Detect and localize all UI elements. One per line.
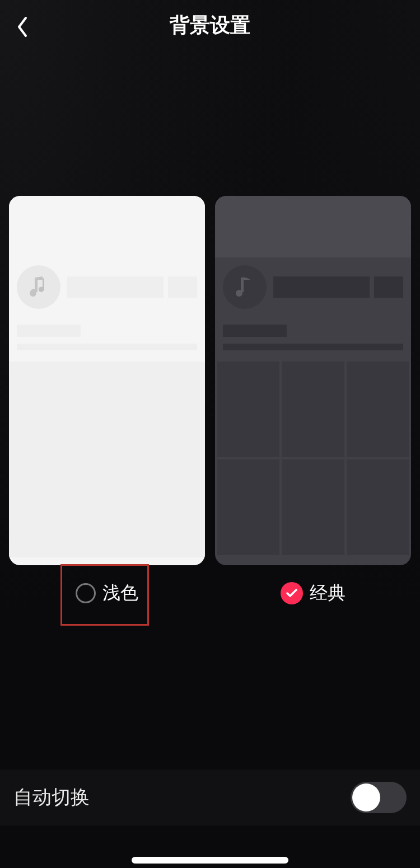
preview-avatar-row — [17, 265, 197, 309]
preview-header — [215, 196, 411, 257]
skeleton-bar — [67, 276, 164, 298]
skeleton-bar — [223, 344, 403, 350]
skeleton-bar — [223, 325, 287, 337]
checkmark-icon — [286, 588, 298, 598]
preview-content — [9, 362, 205, 557]
theme-options — [0, 196, 420, 565]
skeleton-bar — [273, 276, 370, 298]
grid-cell — [282, 362, 344, 457]
header: 背景设置 — [0, 0, 420, 50]
theme-card-light[interactable] — [9, 196, 205, 565]
grid-cell — [347, 362, 409, 457]
avatar — [223, 265, 267, 309]
preview-avatar-row — [223, 265, 403, 309]
home-indicator — [132, 857, 288, 864]
preview-header — [9, 196, 205, 257]
auto-switch-row: 自动切换 — [0, 770, 420, 825]
music-note-icon — [29, 275, 49, 299]
grid-cell — [282, 459, 344, 555]
preview-profile — [215, 257, 411, 362]
auto-switch-label: 自动切换 — [13, 785, 90, 810]
auto-switch-toggle[interactable] — [351, 782, 407, 813]
music-note-icon — [235, 275, 255, 299]
avatar — [17, 265, 60, 309]
skeleton-bar — [17, 325, 81, 337]
theme-option-classic[interactable]: 经典 — [215, 581, 411, 606]
toggle-thumb — [352, 783, 380, 811]
skeleton-bar — [168, 276, 197, 298]
grid-cell — [347, 459, 409, 555]
skeleton-bar — [374, 276, 403, 298]
chevron-left-icon — [16, 16, 29, 38]
page-title: 背景设置 — [170, 12, 250, 39]
preview-name-bars — [67, 276, 197, 298]
svg-rect-3 — [241, 278, 244, 292]
back-button[interactable] — [11, 16, 34, 38]
grid-cell — [217, 459, 279, 555]
theme-card-classic[interactable] — [215, 196, 411, 565]
radio-checked-icon — [281, 582, 303, 604]
preview-name-bars — [273, 276, 403, 298]
grid-cell — [217, 362, 279, 457]
svg-rect-1 — [35, 278, 38, 292]
preview-grid — [215, 362, 411, 557]
preview-profile — [9, 257, 205, 362]
theme-label: 经典 — [310, 581, 346, 606]
tutorial-highlight — [60, 564, 149, 626]
skeleton-bar — [17, 344, 197, 350]
